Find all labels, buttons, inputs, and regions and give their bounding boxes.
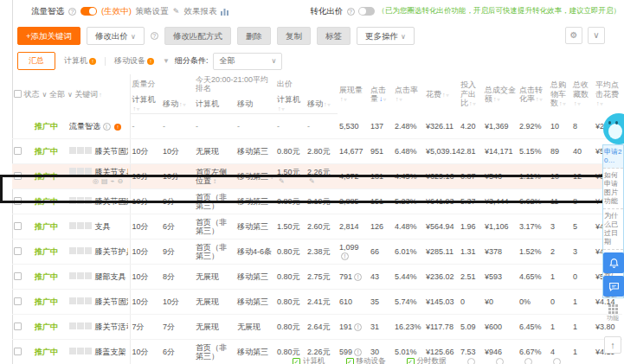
smart-traffic-toggle[interactable] [80,7,97,16]
col-gmv[interactable]: 总成交金额↑▿ [483,74,518,114]
notification-bell-button[interactable] [603,252,624,273]
info-icon[interactable]: ? [347,8,355,16]
keyword-label[interactable]: 膝关节护具 [95,247,128,256]
info-icon[interactable]: i [103,123,111,131]
row-checkbox[interactable] [14,297,22,305]
legend-checkbox-item[interactable]: ✓计算机 [293,356,325,364]
edit-bid-icon[interactable]: ✎ [309,177,315,185]
edit-icon[interactable]: ✎ [173,7,180,16]
legend-metric-icon[interactable] [496,358,504,364]
delete-button[interactable]: 删除 [237,27,271,45]
more-actions-dropdown[interactable]: 更多操作∨ [357,27,415,45]
edit-bid-icon[interactable]: ✎ [279,177,285,185]
keyword-label[interactable]: 支具 [95,222,111,231]
gear-icon[interactable]: ⚙ [565,27,582,44]
keyword-column-header[interactable]: 关键词↑ [74,90,102,99]
row-checkbox[interactable] [14,272,22,280]
collapse-chevron-icon[interactable]: ∨ [588,27,605,44]
col-fav[interactable]: 总收藏数↑▿ [571,74,594,114]
chat-support-button[interactable] [603,276,624,297]
table-row[interactable]: 推广中 膝关节护具 10分 9分 首页（非第三） 移动4-6条 0.80元 2.… [12,239,622,265]
cell-bid-pc: 0.80元 [275,189,306,214]
copy-button[interactable]: 复制 [277,27,311,45]
col-cart[interactable]: 总购物车数↑▿ [549,74,571,114]
status-badge: 推广中 [35,222,58,231]
modify-match-button[interactable]: 修改匹配方式 [164,27,231,45]
cell-gmv: ¥3,444 [483,189,518,214]
cell-clicks: 181 [369,164,393,189]
col-clicks[interactable]: 点击量↓▿ [369,74,393,114]
legend-metric-icon[interactable] [467,358,475,364]
keyword-label[interactable]: 膝关节固定器 [95,147,128,156]
row-checkbox[interactable] [14,247,22,255]
all-filter[interactable]: 全部∨ [49,90,73,99]
col-cost[interactable]: 花费↑▿ [424,74,459,114]
row-checkbox[interactable] [14,172,22,180]
status-filter[interactable]: 状态∨ [24,90,48,99]
col-impressions[interactable]: 展现量↑▿ [338,74,369,114]
info-icon[interactable]: ? [68,8,76,16]
adjust-rank-icon[interactable]: ↕ [213,177,216,185]
info-icon[interactable]: ? [151,32,158,40]
row-checkbox[interactable] [14,348,22,355]
legend-metric-icon[interactable] [524,358,532,364]
conversion-bid-toggle[interactable] [358,7,375,16]
tab-mobile[interactable]: 移动设备! [111,55,158,67]
low-impression-icon[interactable]: ! [341,252,349,260]
feature-center-widget[interactable]: 功能 [604,304,621,322]
keyword-label[interactable]: 腿部支具 [95,272,126,281]
col-cpc[interactable]: 平均点击花费↑▿ [594,74,622,114]
status-bar: 流量智选 ? (生效中) 策略设置 ✎ 效果报表 转化出价 ? （已为您圈选转化… [31,4,621,18]
col-cvr[interactable]: 点击转化率↑▿ [518,74,549,114]
keyword-label[interactable]: 膝盖支架 [95,348,126,356]
select-all-checkbox[interactable] [14,90,22,98]
tab-summary[interactable]: 汇总 [17,52,55,70]
row-action-icons[interactable]: ◎▤⌁⊖ [93,177,128,186]
row-checkbox[interactable] [14,147,22,155]
sub-qs-mobile[interactable]: 移动↑▿ [161,94,194,114]
strategy-settings-link[interactable]: 策略设置 [136,6,169,17]
col-ctr[interactable]: 点击率↑▿ [393,74,424,114]
sub-bid-mobile[interactable]: 移动↑▿ [306,94,338,114]
legend-checkbox-item[interactable]: ✓分时数据 [407,356,447,364]
help-faq-item[interactable]: 如何申请图片功能 [603,169,623,209]
low-impression-icon[interactable]: ! [354,273,362,281]
table-row[interactable]: 推广中 腿部支具 10分 8分 无展现 移动第三 0.80元 2.75元 791… [12,265,622,290]
row-checkbox[interactable] [14,222,22,230]
table-row[interactable]: 推广中 膝关节固定支具 10分 9分 首页（非第三） 移动第三 0.80元 2.… [12,189,622,214]
tag-button[interactable]: 标签 [317,27,351,45]
table-row[interactable]: 推广中 膝关节固定器 10分 10分 无展现 移动第三 0.80元 2.80元 … [12,139,622,164]
low-impression-icon[interactable]: ! [354,348,362,356]
keyword-label[interactable]: 膝关节活动支具 [95,322,128,331]
legend-metric-icon[interactable] [553,358,561,364]
sub-rank-mobile: 移动 [235,94,275,114]
help-faq-item[interactable]: 为什么已过日期 [603,209,623,250]
tab-pc[interactable]: 计算机! [61,55,100,67]
table-row[interactable]: 推广中 支具 10分 6分 首页（非第三） 移动第三 1.50元 2.60元 2… [12,214,622,239]
modify-bid-dropdown[interactable]: 修改出价∨ [87,27,145,45]
table-row[interactable]: 推广中 膝关节固定 10分 10分 无展现 移动第三 0.80元 2.41元 6… [12,290,622,315]
keyword-label[interactable]: 膝关节固定支具 [95,197,128,206]
cell-qs-pc: 10分 [130,290,161,315]
segment-filter-label: 细分条件: [175,55,209,67]
cell-bid-pc: 0.80元 [275,265,306,290]
keyword-label[interactable]: 膝关节支具 [95,168,128,176]
sub-qs-pc[interactable]: 计算机↑▿ [130,94,161,114]
table-row[interactable]: 推广中 膝关节支具 ◎▤⌁⊖ 10分 10分 首页左侧位置↕ 移动第三↕ 1.5… [12,164,622,189]
adjust-rank-icon[interactable]: ↕ [270,173,273,181]
row-checkbox[interactable] [14,197,22,205]
cell-bid-mobile: 2.64元 [306,315,338,340]
table-row[interactable]: 推广中 膝关节活动支具 7分 7分 无展现 无展现 0.80元 2.64元 19… [12,315,622,340]
row-checkbox[interactable] [14,322,22,330]
segment-filter-select[interactable]: 全部∨ [213,53,282,70]
sub-bid-pc[interactable]: 计算机↑▿ [275,94,306,114]
keyword-label[interactable]: 膝关节固定 [95,297,128,306]
add-keyword-button[interactable]: +添加关键词 [17,27,80,45]
report-link[interactable]: 效果报表 [183,6,216,17]
low-impression-icon[interactable]: ! [354,323,362,331]
assistant-mascot-icon[interactable] [603,113,624,144]
legend-checkbox-item[interactable]: ✓移动设备 [346,356,386,364]
back-to-top-button[interactable]: ↑ [604,336,621,354]
col-roi[interactable]: 投入产出比↑▿ [459,74,483,114]
help-faq-item[interactable]: 申请20… [603,145,623,169]
